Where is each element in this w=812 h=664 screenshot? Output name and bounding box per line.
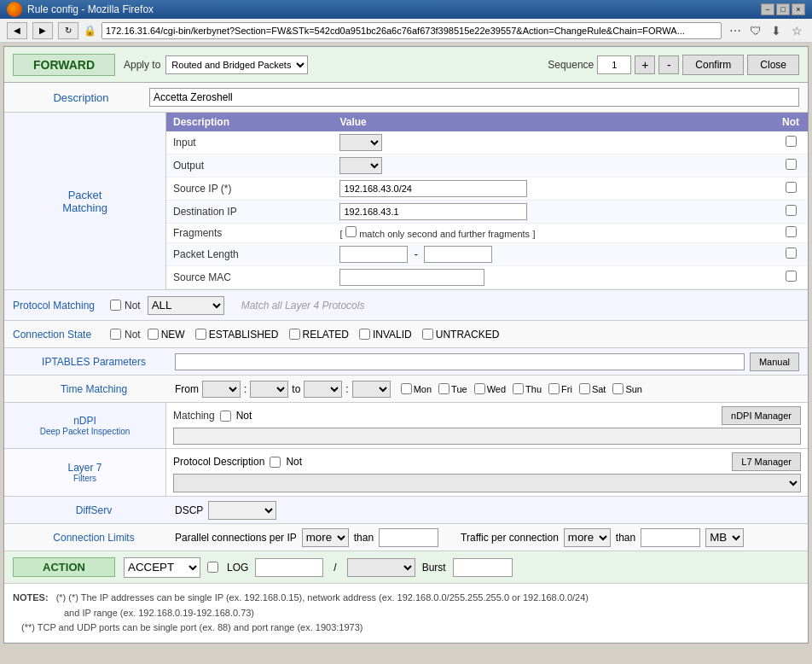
day-sun-label: Sun: [625, 384, 642, 394]
ndpi-content: Matching Not nDPI Manager: [166, 403, 808, 448]
close-button[interactable]: Close: [747, 55, 799, 75]
packet-length-max-input[interactable]: [424, 246, 492, 263]
manual-button[interactable]: Manual: [750, 352, 799, 371]
l7-manager-button[interactable]: L7 Manager: [732, 452, 801, 471]
fragments-not-checkbox[interactable]: [786, 226, 797, 237]
main-content: FORWARD Apply to Routed and Bridged Pack…: [3, 46, 809, 644]
source-ip-input[interactable]: [339, 180, 527, 197]
protocol-select[interactable]: ALL TCP UDP ICMP: [148, 296, 224, 315]
dest-ip-not-cell: [774, 201, 808, 224]
sequence-minus-button[interactable]: -: [658, 55, 679, 74]
minimize-button[interactable]: −: [761, 3, 774, 15]
ndpi-section: nDPI Deep Packet Inspection Matching Not…: [4, 403, 808, 449]
ndpi-input[interactable]: [173, 428, 801, 445]
traffic-unit-select[interactable]: MB KB GB: [705, 528, 744, 547]
ndpi-top: Matching Not nDPI Manager: [173, 406, 801, 425]
fragments-checkbox[interactable]: [345, 226, 357, 237]
to-min-select[interactable]: [352, 381, 391, 398]
col-value-header: Value: [333, 113, 774, 131]
to-hour-select[interactable]: [304, 381, 342, 398]
day-sun-checkbox[interactable]: [612, 383, 624, 394]
parallel-more-select[interactable]: more less: [302, 528, 349, 547]
state-established: ESTABLISHED: [195, 329, 279, 341]
back-button[interactable]: ◀: [7, 22, 27, 39]
state-new-checkbox[interactable]: [148, 329, 159, 340]
from-hour-select[interactable]: [202, 381, 241, 398]
output-not-checkbox[interactable]: [786, 159, 797, 170]
output-value-cell: [333, 154, 774, 178]
from-min-select[interactable]: [250, 381, 288, 398]
state-invalid-checkbox[interactable]: [359, 329, 370, 340]
output-not-cell: [774, 154, 808, 178]
burst-input[interactable]: [453, 558, 513, 577]
input-not-checkbox[interactable]: [786, 136, 797, 147]
source-mac-input[interactable]: [339, 269, 484, 286]
layer7-protocol-select[interactable]: [173, 474, 801, 492]
log-level-select[interactable]: [347, 558, 415, 577]
packet-length-min-input[interactable]: [339, 246, 408, 263]
connection-state-row: Connection State Not NEW ESTABLISHED REL…: [4, 321, 808, 348]
day-mon-label: Mon: [414, 384, 432, 394]
ndpi-not-checkbox[interactable]: [220, 411, 231, 422]
protocol-not-checkbox[interactable]: [110, 300, 121, 311]
action-select[interactable]: ACCEPT DROP REJECT LOG: [124, 557, 200, 578]
day-thu-checkbox[interactable]: [513, 383, 524, 394]
burst-label: Burst: [422, 562, 446, 574]
maximize-button[interactable]: □: [776, 3, 790, 15]
day-mon-checkbox[interactable]: [401, 383, 412, 394]
window-title: Rule config - Mozilla Firefox: [27, 3, 154, 15]
connection-limits-row: Connection Limits Parallel connections p…: [4, 524, 808, 551]
more-options-icon[interactable]: ⋯: [727, 22, 744, 39]
notes-line2: and IP range (ex. 192.168.0.19-192.168.0…: [64, 608, 254, 618]
diffserv-content: DSCP: [175, 501, 276, 520]
log-input[interactable]: [255, 558, 323, 577]
source-mac-not-checkbox[interactable]: [786, 271, 797, 282]
packet-length-not-checkbox[interactable]: [786, 248, 797, 259]
day-mon: Mon: [401, 383, 432, 394]
sequence-label: Sequence: [548, 59, 594, 71]
log-slash: /: [334, 562, 336, 574]
fragments-text: match only second and further fragments: [359, 229, 530, 239]
output-select[interactable]: [339, 157, 382, 174]
parallel-than-input[interactable]: [379, 528, 438, 547]
traffic-more-select[interactable]: more less: [564, 528, 611, 547]
bookmark-icon[interactable]: ☆: [788, 22, 805, 39]
log-checkbox[interactable]: [207, 562, 218, 573]
packet-length-label: Packet Length: [166, 243, 333, 266]
traffic-than-input[interactable]: [641, 528, 700, 547]
source-ip-not-checkbox[interactable]: [786, 182, 797, 193]
confirm-button[interactable]: Confirm: [682, 55, 744, 75]
output-label: Output: [166, 154, 333, 178]
state-related-checkbox[interactable]: [289, 329, 300, 340]
dscp-select[interactable]: [208, 501, 276, 520]
connection-state-label: Connection State: [13, 329, 107, 341]
action-content: ACCEPT DROP REJECT LOG LOG / Burst: [124, 557, 799, 578]
forward-button[interactable]: ▶: [32, 22, 53, 39]
time-matching-row: Time Matching From : to : Mon Tue: [4, 376, 808, 403]
description-input[interactable]: [149, 88, 799, 107]
ndpi-manager-button[interactable]: nDPI Manager: [722, 406, 801, 425]
day-sat-checkbox[interactable]: [579, 383, 590, 394]
diffserv-row: DiffServ DSCP: [4, 497, 808, 524]
layer7-not-checkbox[interactable]: [270, 457, 281, 468]
close-window-button[interactable]: ×: [792, 3, 805, 15]
dest-ip-input[interactable]: [339, 203, 527, 220]
day-tue-checkbox[interactable]: [438, 383, 450, 394]
day-wed-label: Wed: [487, 384, 506, 394]
state-established-checkbox[interactable]: [195, 329, 206, 340]
sequence-plus-button[interactable]: +: [635, 55, 655, 74]
sequence-input[interactable]: [597, 55, 631, 74]
apply-to-select[interactable]: Routed and Bridged Packets Routed Packet…: [165, 55, 308, 74]
connection-state-not-checkbox[interactable]: [110, 329, 121, 340]
refresh-button[interactable]: ↻: [58, 22, 78, 39]
iptables-input[interactable]: [175, 353, 745, 370]
state-untracked-checkbox[interactable]: [422, 329, 433, 340]
dest-ip-not-checkbox[interactable]: [786, 205, 797, 216]
url-field[interactable]: [102, 22, 722, 39]
day-wed-checkbox[interactable]: [474, 383, 485, 394]
day-fri-checkbox[interactable]: [548, 383, 560, 394]
input-select[interactable]: [339, 134, 382, 151]
state-new: NEW: [148, 329, 185, 341]
than2-label: than: [616, 532, 635, 544]
ndpi-not-label: Not: [236, 410, 252, 422]
